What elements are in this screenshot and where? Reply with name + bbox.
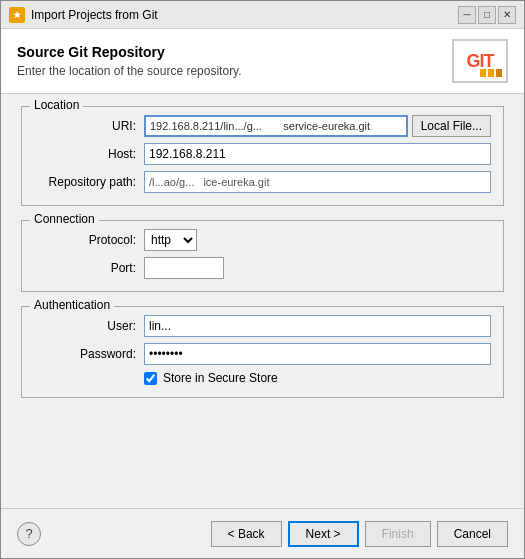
back-button[interactable]: < Back <box>211 521 282 547</box>
uri-input[interactable] <box>144 115 408 137</box>
password-input[interactable] <box>144 343 491 365</box>
title-bar: ★ Import Projects from Git ─ □ ✕ <box>1 1 524 29</box>
host-input[interactable] <box>144 143 491 165</box>
header-section: Source Git Repository Enter the location… <box>1 29 524 94</box>
protocol-label: Protocol: <box>34 233 144 247</box>
location-group: Location URI: Local File... Host: Reposi… <box>21 106 504 206</box>
git-bar-2 <box>488 69 494 77</box>
secure-store-row: Store in Secure Store <box>34 371 491 385</box>
git-logo-decoration <box>480 69 502 77</box>
user-input[interactable] <box>144 315 491 337</box>
repo-path-label: Repository path: <box>34 175 144 189</box>
git-bar-1 <box>480 69 486 77</box>
host-label: Host: <box>34 147 144 161</box>
secure-store-label: Store in Secure Store <box>163 371 278 385</box>
user-label: User: <box>34 319 144 333</box>
protocol-row: Protocol: http https git ssh <box>34 229 491 251</box>
cancel-button[interactable]: Cancel <box>437 521 508 547</box>
help-button[interactable]: ? <box>17 522 41 546</box>
location-group-label: Location <box>30 98 83 112</box>
connection-group: Connection Protocol: http https git ssh … <box>21 220 504 292</box>
maximize-button[interactable]: □ <box>478 6 496 24</box>
uri-row: URI: Local File... <box>34 115 491 137</box>
footer: ? < Back Next > Finish Cancel <box>1 508 524 558</box>
connection-group-label: Connection <box>30 212 99 226</box>
minimize-button[interactable]: ─ <box>458 6 476 24</box>
uri-label: URI: <box>34 119 144 133</box>
main-window: ★ Import Projects from Git ─ □ ✕ Source … <box>0 0 525 559</box>
finish-button[interactable]: Finish <box>365 521 431 547</box>
git-bar-3 <box>496 69 502 77</box>
password-label: Password: <box>34 347 144 361</box>
repo-path-row: Repository path: <box>34 171 491 193</box>
close-button[interactable]: ✕ <box>498 6 516 24</box>
port-label: Port: <box>34 261 144 275</box>
form-area: Location URI: Local File... Host: Reposi… <box>1 94 524 508</box>
host-row: Host: <box>34 143 491 165</box>
port-input[interactable] <box>144 257 224 279</box>
authentication-group: Authentication User: Password: Store in … <box>21 306 504 398</box>
content-area: Source Git Repository Enter the location… <box>1 29 524 558</box>
title-bar-buttons: ─ □ ✕ <box>458 6 516 24</box>
git-logo: GIT <box>452 39 508 83</box>
footer-buttons: < Back Next > Finish Cancel <box>211 521 508 547</box>
user-row: User: <box>34 315 491 337</box>
protocol-select[interactable]: http https git ssh <box>144 229 197 251</box>
secure-store-checkbox[interactable] <box>144 372 157 385</box>
local-file-button[interactable]: Local File... <box>412 115 491 137</box>
window-title: Import Projects from Git <box>31 8 458 22</box>
password-row: Password: <box>34 343 491 365</box>
window-icon: ★ <box>9 7 25 23</box>
repo-path-input[interactable] <box>144 171 491 193</box>
authentication-group-label: Authentication <box>30 298 114 312</box>
page-title: Source Git Repository <box>17 44 242 60</box>
next-button[interactable]: Next > <box>288 521 359 547</box>
page-subtitle: Enter the location of the source reposit… <box>17 64 242 78</box>
header-text: Source Git Repository Enter the location… <box>17 44 242 78</box>
port-row: Port: <box>34 257 491 279</box>
